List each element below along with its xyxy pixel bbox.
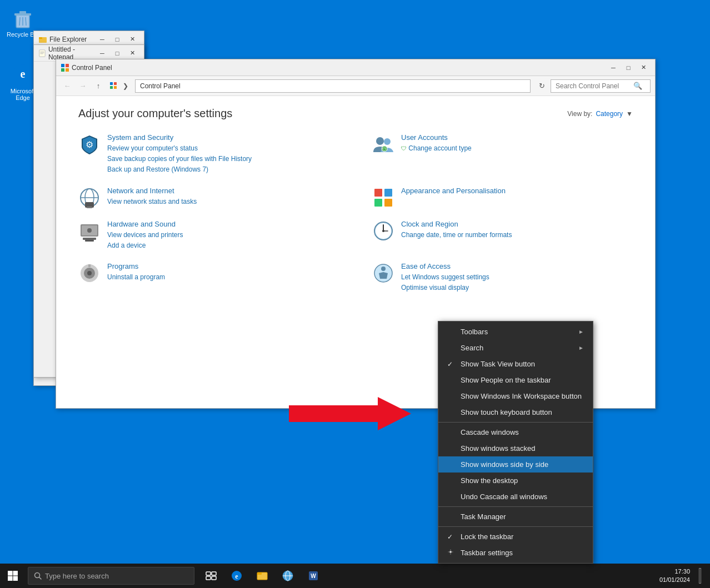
svg-rect-49 bbox=[88, 264, 91, 267]
search-icon bbox=[34, 572, 42, 580]
ctx-sep-3 bbox=[438, 526, 593, 527]
cp-viewby-label: View by: bbox=[567, 110, 592, 118]
ctx-show-touch[interactable]: Show touch keyboard button bbox=[438, 404, 593, 420]
ctx-taskbar-settings[interactable]: Taskbar settings bbox=[438, 545, 593, 561]
cp-forward-btn[interactable]: → bbox=[76, 79, 89, 93]
cp-network-heading[interactable]: Network and Internet bbox=[107, 187, 197, 195]
cp-uninstall[interactable]: Uninstall a program bbox=[107, 272, 165, 283]
ctx-lock-check: ✓ bbox=[447, 533, 456, 541]
ctx-toolbars-label: Toolbars bbox=[461, 328, 488, 336]
cp-close[interactable]: ✕ bbox=[636, 62, 651, 74]
edge-svg: e bbox=[12, 63, 34, 86]
cp-programs-heading[interactable]: Programs bbox=[107, 262, 165, 270]
notepad-icon bbox=[38, 49, 46, 58]
svg-text:e: e bbox=[235, 572, 238, 580]
svg-line-59 bbox=[39, 577, 42, 580]
cp-maximize[interactable]: □ bbox=[621, 62, 636, 74]
ctx-tm-label: Task Manager bbox=[461, 512, 506, 521]
svg-rect-67 bbox=[257, 572, 262, 575]
ctx-task-view-check: ✓ bbox=[447, 360, 456, 368]
cp-item-ease: Ease of Access Let Windows suggest setti… bbox=[372, 262, 633, 293]
cp-network-status[interactable]: View network status and tasks bbox=[107, 197, 197, 207]
cp-add-device[interactable]: Add a device bbox=[107, 240, 183, 251]
cp-change-date[interactable]: Change date, time or number formats bbox=[401, 230, 512, 240]
cp-address-icon bbox=[109, 82, 118, 91]
file-explorer-close[interactable]: ✕ bbox=[125, 33, 139, 46]
svg-line-3 bbox=[19, 17, 20, 26]
file-explorer-maximize[interactable]: □ bbox=[110, 33, 124, 46]
ctx-side-by-side[interactable]: Show windows side by side bbox=[438, 456, 593, 473]
task-view-btn[interactable] bbox=[199, 564, 223, 588]
ctx-search[interactable]: Search ► bbox=[438, 340, 593, 356]
file-explorer-minimize[interactable]: ─ bbox=[95, 33, 109, 46]
notepad-close[interactable]: ✕ bbox=[125, 47, 139, 59]
cp-up-btn[interactable]: ↑ bbox=[92, 79, 105, 93]
control-panel-titlebar: Control Panel ─ □ ✕ bbox=[56, 59, 655, 76]
svg-rect-40 bbox=[85, 240, 94, 242]
ctx-cascade[interactable]: Cascade windows bbox=[438, 424, 593, 440]
svg-text:🛡: 🛡 bbox=[382, 147, 387, 152]
word-taskbar-btn[interactable]: W bbox=[301, 564, 326, 588]
control-panel-icon bbox=[61, 63, 69, 72]
ctx-show-task-view[interactable]: ✓ Show Task View button bbox=[438, 356, 593, 372]
file-explorer-taskbar-btn[interactable] bbox=[250, 564, 274, 588]
browser-taskbar-btn[interactable] bbox=[276, 564, 300, 588]
cp-file-history[interactable]: Save backup copies of your files with Fi… bbox=[107, 154, 252, 164]
ctx-settings-check bbox=[447, 549, 456, 557]
start-button[interactable] bbox=[0, 564, 26, 588]
ctx-cascade-label: Cascade windows bbox=[461, 428, 519, 436]
ctx-stacked[interactable]: Show windows stacked bbox=[438, 440, 593, 456]
taskbar-icons: e W bbox=[199, 564, 326, 588]
show-desktop-btn[interactable] bbox=[694, 564, 706, 588]
ctx-task-view-label: Show Task View button bbox=[461, 360, 535, 368]
programs-icon bbox=[78, 262, 101, 284]
notepad-minimize[interactable]: ─ bbox=[95, 47, 109, 59]
cp-hardware-heading[interactable]: Hardware and Sound bbox=[107, 220, 183, 228]
taskbar-time: 17:30 01/01/2024 bbox=[659, 567, 690, 585]
ctx-side-label: Show windows side by side bbox=[461, 460, 548, 469]
cp-search-input[interactable] bbox=[556, 82, 633, 90]
svg-point-53 bbox=[449, 551, 452, 553]
cp-backup-restore[interactable]: Back up and Restore (Windows 7) bbox=[107, 164, 252, 175]
taskbar-search[interactable]: Type here to search bbox=[28, 567, 194, 585]
cp-hardware-text: Hardware and Sound View devices and prin… bbox=[107, 220, 183, 251]
system-security-icon: ⚙ bbox=[78, 133, 101, 155]
cp-system-security-heading[interactable]: System and Security bbox=[107, 133, 252, 142]
cp-user-accounts-heading[interactable]: User Accounts bbox=[401, 133, 472, 142]
ctx-show-people[interactable]: Show People on the taskbar bbox=[438, 372, 593, 388]
cp-appearance-heading[interactable]: Appearance and Personalisation bbox=[401, 187, 506, 195]
red-arrow bbox=[289, 397, 411, 433]
ctx-lock-taskbar[interactable]: ✓ Lock the taskbar bbox=[438, 529, 593, 545]
cp-optimise-visual[interactable]: Optimise visual display bbox=[401, 283, 489, 293]
taskbar-right: 17:30 01/01/2024 bbox=[659, 564, 710, 588]
cp-back-btn[interactable]: ← bbox=[61, 79, 74, 93]
svg-rect-10 bbox=[39, 49, 45, 56]
cp-change-account[interactable]: 🛡 Change account type bbox=[401, 143, 472, 154]
cp-view-devices[interactable]: View devices and printers bbox=[107, 230, 183, 240]
gear-icon bbox=[447, 549, 454, 555]
notepad-maximize[interactable]: □ bbox=[110, 47, 124, 59]
cp-refresh-btn[interactable]: ↻ bbox=[535, 79, 548, 93]
ctx-undo-cascade[interactable]: Undo Cascade all windows bbox=[438, 489, 593, 505]
recycle-bin-svg bbox=[12, 7, 34, 29]
cp-viewby-value[interactable]: Category bbox=[596, 110, 623, 118]
cp-review-status[interactable]: Review your computer's status bbox=[107, 143, 252, 154]
ctx-show-desktop[interactable]: Show the desktop bbox=[438, 473, 593, 489]
cp-address-icon-wrap bbox=[108, 81, 119, 92]
cp-minimize[interactable]: ─ bbox=[606, 62, 621, 74]
cp-address-bar[interactable]: Control Panel bbox=[135, 79, 531, 93]
word-taskbar-icon: W bbox=[308, 570, 319, 581]
cp-windows-suggest[interactable]: Let Windows suggest settings bbox=[401, 272, 489, 283]
svg-rect-54 bbox=[8, 571, 13, 576]
ctx-toolbars[interactable]: Toolbars ► bbox=[438, 324, 593, 340]
cp-search-box[interactable]: 🔍 bbox=[551, 79, 651, 93]
svg-rect-35 bbox=[384, 199, 392, 207]
ctx-task-manager[interactable]: Task Manager bbox=[438, 509, 593, 525]
cp-ease-heading[interactable]: Ease of Access bbox=[401, 262, 489, 270]
edge-taskbar-btn[interactable]: e bbox=[224, 564, 249, 588]
ctx-show-ink[interactable]: Show Windows Ink Workspace button bbox=[438, 388, 593, 404]
cp-clock-heading[interactable]: Clock and Region bbox=[401, 220, 512, 228]
clock-icon bbox=[372, 220, 394, 242]
svg-point-24 bbox=[384, 138, 391, 145]
hardware-icon bbox=[78, 220, 101, 242]
